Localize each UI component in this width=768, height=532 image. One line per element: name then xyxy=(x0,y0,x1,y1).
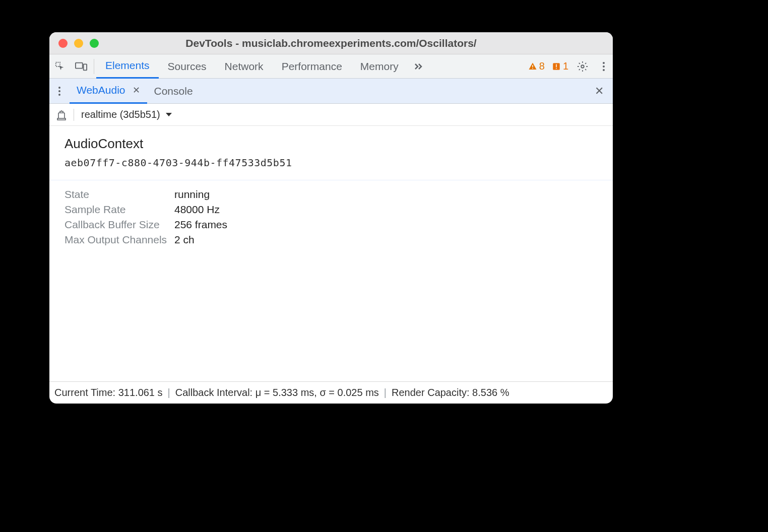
issues-count: 1 xyxy=(563,60,568,72)
divider xyxy=(74,109,74,121)
webaudio-content: AudioContext aeb07ff7-c880-4703-944b-ff4… xyxy=(49,126,613,381)
svg-rect-7 xyxy=(556,68,557,69)
warnings-badge[interactable]: 8 xyxy=(528,60,545,72)
tab-memory[interactable]: Memory xyxy=(351,54,408,79)
devtools-window: DevTools - musiclab.chromeexperiments.co… xyxy=(49,32,613,404)
more-options-icon[interactable] xyxy=(595,54,613,79)
context-heading: AudioContext xyxy=(65,136,598,152)
drawer-tab-label: Console xyxy=(154,85,193,97)
status-separator: | xyxy=(384,387,387,398)
prop-state-value: running xyxy=(174,188,598,201)
prop-callbackbuffer-value: 256 frames xyxy=(174,219,598,231)
tab-network[interactable]: Network xyxy=(216,54,273,79)
context-dropdown[interactable]: realtime (3d5b51) xyxy=(81,109,172,120)
issue-badges: 8 1 xyxy=(528,60,570,72)
more-tabs-icon[interactable] xyxy=(408,54,429,79)
prop-maxoutput-label: Max Output Channels xyxy=(65,234,174,246)
device-toolbar-icon[interactable] xyxy=(71,54,92,79)
window-minimize-button[interactable] xyxy=(74,39,83,48)
warnings-count: 8 xyxy=(539,60,545,72)
context-properties: State running Sample Rate 48000 Hz Callb… xyxy=(65,188,598,246)
window-titlebar: DevTools - musiclab.chromeexperiments.co… xyxy=(49,32,613,54)
prop-samplerate-label: Sample Rate xyxy=(65,204,174,216)
svg-rect-2 xyxy=(84,64,87,70)
status-bar: Current Time: 311.061 s | Callback Inter… xyxy=(49,381,613,404)
svg-rect-1 xyxy=(76,62,83,68)
traffic-lights xyxy=(49,39,99,48)
context-uuid: aeb07ff7-c880-4703-944b-ff47533d5b51 xyxy=(65,157,598,169)
settings-icon[interactable] xyxy=(570,54,595,79)
tab-sources[interactable]: Sources xyxy=(159,54,216,79)
drawer-tab-webaudio[interactable]: WebAudio ✕ xyxy=(70,79,147,104)
drawer-tab-console[interactable]: Console xyxy=(147,79,200,104)
svg-rect-3 xyxy=(532,65,533,68)
svg-point-8 xyxy=(581,65,584,68)
inspect-element-icon[interactable] xyxy=(49,54,71,79)
status-separator: | xyxy=(168,387,170,398)
prop-state-label: State xyxy=(65,188,174,201)
drawer-more-icon[interactable] xyxy=(49,87,70,96)
status-render-capacity: Render Capacity: 8.536 % xyxy=(392,387,509,398)
tab-elements[interactable]: Elements xyxy=(96,54,159,79)
drawer-tab-label: WebAudio xyxy=(77,84,125,96)
svg-rect-9 xyxy=(57,118,66,120)
status-current-time: Current Time: 311.061 s xyxy=(54,387,163,398)
divider xyxy=(49,180,613,180)
prop-callbackbuffer-label: Callback Buffer Size xyxy=(65,219,174,231)
chevron-down-icon xyxy=(165,112,172,117)
issues-badge[interactable]: 1 xyxy=(552,60,568,72)
window-title: DevTools - musiclab.chromeexperiments.co… xyxy=(49,37,613,49)
close-tab-icon[interactable]: ✕ xyxy=(133,85,140,96)
prop-maxoutput-value: 2 ch xyxy=(174,234,598,246)
prop-samplerate-value: 48000 Hz xyxy=(174,204,598,216)
divider xyxy=(94,59,94,74)
drawer-tab-strip: WebAudio ✕ Console ✕ xyxy=(49,79,613,104)
svg-rect-4 xyxy=(532,68,533,69)
garbage-collect-icon[interactable] xyxy=(56,109,67,120)
webaudio-toolbar: realtime (3d5b51) xyxy=(49,104,613,126)
context-dropdown-label: realtime (3d5b51) xyxy=(81,109,160,120)
tab-performance[interactable]: Performance xyxy=(273,54,351,79)
main-tab-strip: Elements Sources Network Performance Mem… xyxy=(49,54,613,79)
svg-rect-6 xyxy=(556,64,557,67)
status-callback-interval: Callback Interval: μ = 5.333 ms, σ = 0.0… xyxy=(175,387,379,398)
window-fullscreen-button[interactable] xyxy=(90,39,99,48)
window-close-button[interactable] xyxy=(58,39,68,48)
drawer-close-icon[interactable]: ✕ xyxy=(586,85,613,98)
